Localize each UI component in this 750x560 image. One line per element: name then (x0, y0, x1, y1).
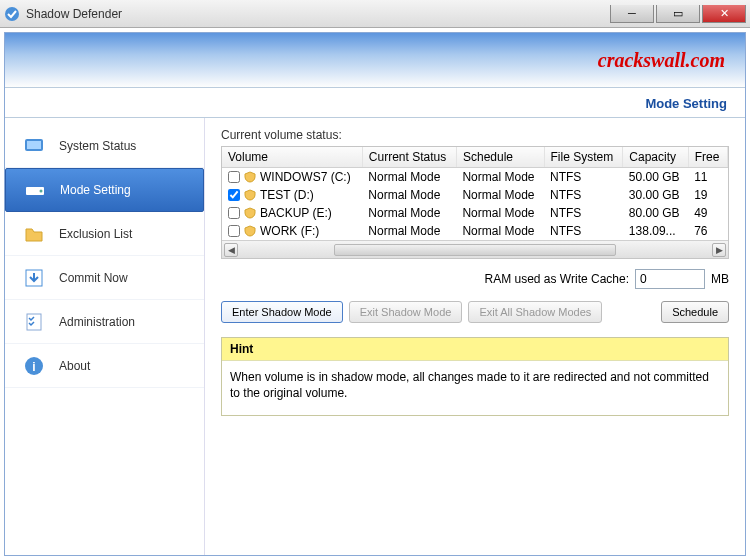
svg-point-4 (40, 190, 43, 193)
header-banner: crackswall.com (5, 33, 745, 88)
cell-free: 49 (688, 204, 727, 222)
app-frame: crackswall.com Mode Setting System Statu… (4, 32, 746, 556)
minimize-button[interactable]: ─ (610, 5, 654, 23)
svg-rect-2 (27, 141, 41, 149)
cell-capacity: 30.00 GB (623, 186, 688, 204)
folder-icon (23, 223, 45, 245)
col-schedule[interactable]: Schedule (456, 147, 544, 168)
cell-status: Normal Mode (362, 186, 456, 204)
volume-name: BACKUP (E:) (260, 206, 332, 220)
schedule-button[interactable]: Schedule (661, 301, 729, 323)
cell-fs: NTFS (544, 186, 623, 204)
sidebar-item-label: Exclusion List (59, 227, 132, 241)
sidebar-item-commit-now[interactable]: Commit Now (5, 256, 204, 300)
page-title: Mode Setting (5, 88, 745, 118)
cell-status: Normal Mode (362, 222, 456, 240)
volume-name: WORK (F:) (260, 224, 319, 238)
volume-name: TEST (D:) (260, 188, 314, 202)
cell-fs: NTFS (544, 168, 623, 187)
cell-schedule: Normal Mode (456, 168, 544, 187)
col-capacity[interactable]: Capacity (623, 147, 688, 168)
table-row[interactable]: WORK (F:)Normal ModeNormal ModeNTFS138.0… (222, 222, 728, 240)
close-button[interactable]: ✕ (702, 5, 746, 23)
col-volume[interactable]: Volume (222, 147, 362, 168)
col-current-status[interactable]: Current Status (362, 147, 456, 168)
monitor-icon (23, 135, 45, 157)
cell-fs: NTFS (544, 204, 623, 222)
info-icon: i (23, 355, 45, 377)
hint-title: Hint (222, 338, 728, 361)
cell-capacity: 80.00 GB (623, 204, 688, 222)
scroll-right-icon[interactable]: ▶ (712, 243, 726, 257)
volume-name: WINDOWS7 (C:) (260, 170, 351, 184)
sidebar-item-about[interactable]: i About (5, 344, 204, 388)
cell-free: 19 (688, 186, 727, 204)
table-row[interactable]: BACKUP (E:)Normal ModeNormal ModeNTFS80.… (222, 204, 728, 222)
sidebar-item-label: About (59, 359, 90, 373)
scroll-thumb[interactable] (334, 244, 616, 256)
svg-text:i: i (32, 360, 35, 374)
cell-fs: NTFS (544, 222, 623, 240)
sidebar-item-exclusion-list[interactable]: Exclusion List (5, 212, 204, 256)
window-title: Shadow Defender (26, 7, 610, 21)
col-free[interactable]: Free (688, 147, 727, 168)
shield-icon (244, 207, 256, 219)
sidebar-item-label: Mode Setting (60, 183, 131, 197)
volume-table-container: Volume Current Status Schedule File Syst… (221, 146, 729, 259)
ram-cache-input[interactable] (635, 269, 705, 289)
exit-shadow-mode-button[interactable]: Exit Shadow Mode (349, 301, 463, 323)
cell-free: 11 (688, 168, 727, 187)
svg-point-0 (5, 7, 19, 21)
volume-checkbox[interactable] (228, 171, 240, 183)
cell-capacity: 50.00 GB (623, 168, 688, 187)
sidebar-item-administration[interactable]: Administration (5, 300, 204, 344)
ram-unit-label: MB (711, 272, 729, 286)
scroll-left-icon[interactable]: ◀ (224, 243, 238, 257)
titlebar: Shadow Defender ─ ▭ ✕ (0, 0, 750, 28)
cell-schedule: Normal Mode (456, 222, 544, 240)
hint-panel: Hint When volume is in shadow mode, all … (221, 337, 729, 416)
volume-checkbox[interactable] (228, 207, 240, 219)
volume-table: Volume Current Status Schedule File Syst… (222, 147, 728, 240)
cell-schedule: Normal Mode (456, 204, 544, 222)
cell-status: Normal Mode (362, 204, 456, 222)
cell-free: 76 (688, 222, 727, 240)
watermark-text: crackswall.com (598, 49, 725, 72)
sidebar: System Status Mode Setting Exclusion Lis… (5, 118, 205, 555)
checklist-icon (23, 311, 45, 333)
volume-checkbox[interactable] (228, 225, 240, 237)
enter-shadow-mode-button[interactable]: Enter Shadow Mode (221, 301, 343, 323)
cell-capacity: 138.09... (623, 222, 688, 240)
content-area: Current volume status: Volume Current St… (205, 118, 745, 555)
ram-cache-label: RAM used as Write Cache: (485, 272, 630, 286)
sidebar-item-label: System Status (59, 139, 136, 153)
sidebar-item-label: Commit Now (59, 271, 128, 285)
maximize-button[interactable]: ▭ (656, 5, 700, 23)
sidebar-item-system-status[interactable]: System Status (5, 124, 204, 168)
app-icon (4, 6, 20, 22)
col-file-system[interactable]: File System (544, 147, 623, 168)
download-icon (23, 267, 45, 289)
drive-icon (24, 179, 46, 201)
volume-status-label: Current volume status: (221, 128, 729, 142)
shield-icon (244, 189, 256, 201)
table-row[interactable]: WINDOWS7 (C:)Normal ModeNormal ModeNTFS5… (222, 168, 728, 187)
sidebar-item-mode-setting[interactable]: Mode Setting (5, 168, 204, 212)
sidebar-item-label: Administration (59, 315, 135, 329)
shield-icon (244, 171, 256, 183)
horizontal-scrollbar[interactable]: ◀ ▶ (222, 240, 728, 258)
hint-body: When volume is in shadow mode, all chang… (222, 361, 728, 415)
table-row[interactable]: TEST (D:)Normal ModeNormal ModeNTFS30.00… (222, 186, 728, 204)
cell-status: Normal Mode (362, 168, 456, 187)
volume-checkbox[interactable] (228, 189, 240, 201)
shield-icon (244, 225, 256, 237)
exit-all-shadow-modes-button[interactable]: Exit All Shadow Modes (468, 301, 602, 323)
cell-schedule: Normal Mode (456, 186, 544, 204)
